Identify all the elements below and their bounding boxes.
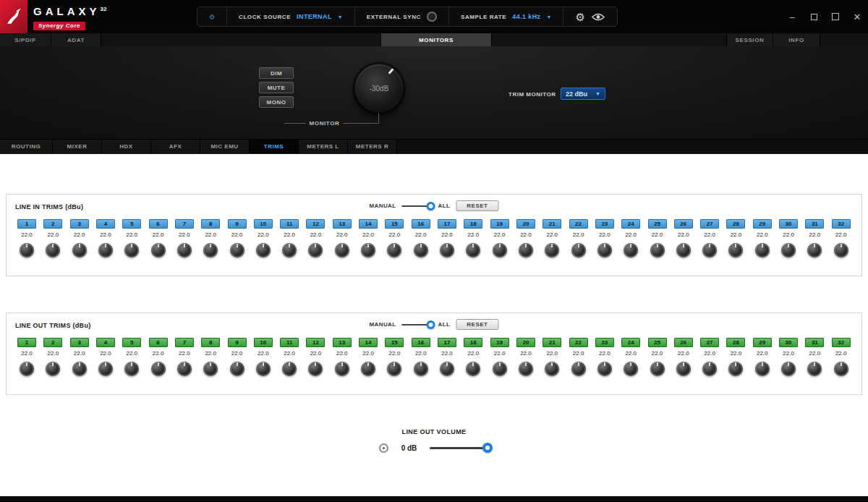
- channel-button[interactable]: 23: [595, 219, 614, 229]
- channel-trim-knob[interactable]: [72, 243, 87, 258]
- tab-trims[interactable]: TRIMS: [250, 140, 298, 153]
- tab-mic-emu[interactable]: MIC EMU: [200, 140, 249, 153]
- channel-trim-knob[interactable]: [781, 243, 796, 258]
- channel-button[interactable]: 20: [516, 219, 535, 229]
- channel-button[interactable]: 12: [306, 219, 325, 229]
- trim-monitor-select[interactable]: 22 dBu ▼: [561, 88, 605, 100]
- channel-button[interactable]: 29: [753, 338, 772, 347]
- channel-trim-knob[interactable]: [702, 362, 717, 376]
- channel-trim-knob[interactable]: [98, 362, 113, 376]
- tab-meters-r[interactable]: METERS R: [348, 140, 396, 153]
- channel-trim-knob[interactable]: [46, 362, 60, 376]
- channel-trim-knob[interactable]: [151, 243, 166, 258]
- channel-button[interactable]: 31: [805, 219, 824, 229]
- channel-trim-knob[interactable]: [98, 243, 113, 258]
- channel-trim-knob[interactable]: [466, 243, 480, 258]
- slider-thumb[interactable]: [427, 320, 435, 329]
- channel-trim-knob[interactable]: [387, 362, 401, 376]
- channel-trim-knob[interactable]: [203, 362, 218, 376]
- channel-button[interactable]: 32: [832, 338, 851, 347]
- channel-button[interactable]: 22: [569, 338, 588, 347]
- channel-trim-knob[interactable]: [807, 362, 822, 376]
- channel-button[interactable]: 3: [70, 338, 89, 347]
- channel-button[interactable]: 13: [333, 219, 352, 229]
- minimize-button[interactable]: –: [787, 12, 797, 22]
- chevron-down-icon[interactable]: ▼: [338, 14, 343, 20]
- channel-button[interactable]: 21: [542, 219, 561, 229]
- channel-button[interactable]: 15: [385, 338, 404, 347]
- channel-button[interactable]: 2: [43, 338, 62, 347]
- tab-adat[interactable]: ADAT: [51, 33, 101, 46]
- channel-trim-knob[interactable]: [177, 362, 192, 376]
- channel-trim-knob[interactable]: [571, 362, 586, 376]
- eye-icon[interactable]: [591, 12, 605, 22]
- channel-trim-knob[interactable]: [466, 362, 480, 376]
- channel-trim-knob[interactable]: [20, 362, 34, 376]
- channel-trim-knob[interactable]: [440, 243, 454, 258]
- channel-button[interactable]: 13: [333, 338, 352, 347]
- channel-button[interactable]: 27: [700, 338, 719, 347]
- channel-button[interactable]: 6: [149, 219, 168, 229]
- channel-button[interactable]: 25: [648, 338, 667, 347]
- channel-button[interactable]: 9: [228, 219, 247, 229]
- channel-button[interactable]: 26: [674, 219, 693, 229]
- channel-trim-knob[interactable]: [702, 243, 717, 258]
- channel-button[interactable]: 22: [569, 219, 588, 229]
- channel-trim-knob[interactable]: [650, 243, 665, 258]
- channel-trim-knob[interactable]: [807, 243, 822, 258]
- channel-trim-knob[interactable]: [624, 243, 638, 258]
- channel-trim-knob[interactable]: [493, 243, 507, 258]
- channel-button[interactable]: 17: [438, 219, 456, 229]
- channel-button[interactable]: 14: [359, 219, 378, 229]
- channel-trim-knob[interactable]: [781, 362, 796, 376]
- slider-thumb[interactable]: [482, 443, 493, 453]
- channel-button[interactable]: 3: [70, 219, 89, 229]
- channel-button[interactable]: 29: [753, 219, 772, 229]
- line-out-reset-button[interactable]: RESET: [456, 319, 498, 330]
- channel-trim-knob[interactable]: [230, 243, 244, 258]
- channel-trim-knob[interactable]: [676, 362, 691, 376]
- channel-trim-knob[interactable]: [545, 362, 559, 376]
- channel-trim-knob[interactable]: [124, 362, 139, 376]
- channel-button[interactable]: 30: [779, 338, 798, 347]
- mute-button[interactable]: MUTE: [259, 82, 294, 93]
- gear-icon[interactable]: ⚙: [575, 12, 584, 22]
- channel-button[interactable]: 6: [149, 338, 168, 347]
- channel-button[interactable]: 11: [280, 219, 299, 229]
- fullscreen-button[interactable]: [830, 12, 841, 22]
- channel-trim-knob[interactable]: [361, 243, 375, 258]
- channel-trim-knob[interactable]: [20, 243, 34, 258]
- channel-trim-knob[interactable]: [361, 362, 375, 376]
- channel-trim-knob[interactable]: [755, 243, 770, 258]
- channel-button[interactable]: 7: [175, 338, 194, 347]
- power-button[interactable]: [197, 7, 226, 26]
- channel-button[interactable]: 1: [17, 338, 36, 347]
- channel-trim-knob[interactable]: [597, 243, 612, 258]
- channel-button[interactable]: 11: [280, 338, 299, 347]
- channel-trim-knob[interactable]: [597, 362, 612, 376]
- channel-button[interactable]: 20: [516, 338, 535, 347]
- channel-button[interactable]: 14: [359, 338, 378, 347]
- monitor-volume-knob[interactable]: -30dB: [355, 64, 403, 112]
- channel-trim-knob[interactable]: [493, 362, 507, 376]
- channel-button[interactable]: 10: [254, 219, 273, 229]
- channel-trim-knob[interactable]: [308, 243, 323, 258]
- channel-button[interactable]: 23: [595, 338, 614, 347]
- chevron-down-icon[interactable]: ▼: [547, 14, 552, 20]
- channel-trim-knob[interactable]: [755, 362, 770, 376]
- channel-trim-knob[interactable]: [545, 243, 559, 258]
- channel-trim-knob[interactable]: [650, 362, 665, 376]
- tab-hdx[interactable]: HDX: [102, 140, 150, 153]
- channel-button[interactable]: 8: [201, 338, 220, 347]
- channel-button[interactable]: 24: [621, 338, 640, 347]
- channel-trim-knob[interactable]: [440, 362, 454, 376]
- dim-button[interactable]: DIM: [259, 67, 294, 79]
- tab-afx[interactable]: AFX: [151, 140, 200, 153]
- channel-trim-knob[interactable]: [519, 362, 533, 376]
- slider-track[interactable]: [430, 447, 489, 449]
- channel-button[interactable]: 1: [17, 219, 36, 229]
- channel-button[interactable]: 16: [412, 338, 430, 347]
- restore-button[interactable]: [809, 12, 819, 22]
- line-in-manual-all-slider[interactable]: [402, 202, 433, 210]
- tab-mixer[interactable]: MIXER: [53, 140, 101, 153]
